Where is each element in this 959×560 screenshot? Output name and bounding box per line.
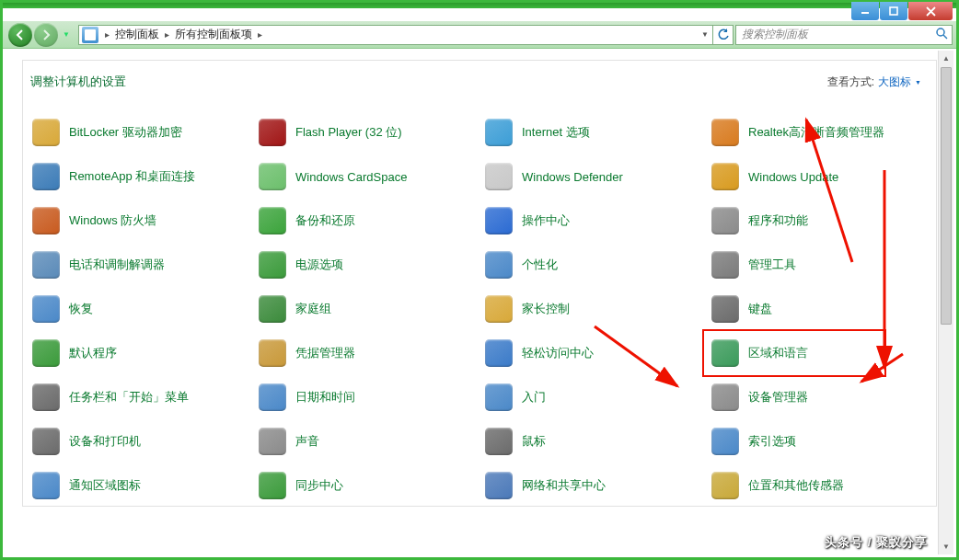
items-grid: BitLocker 驱动器加密Flash Player (32 位)Intern…: [23, 101, 936, 506]
item-label: Windows 防火墙: [69, 212, 156, 229]
address-bar[interactable]: ▸ 控制面板 ▸ 所有控制面板项 ▸ ▼: [78, 25, 734, 45]
control-panel-item[interactable]: 管理工具: [708, 243, 934, 287]
control-panel-item[interactable]: Windows Update: [708, 154, 934, 199]
breadcrumb-item[interactable]: 所有控制面板项: [173, 27, 254, 42]
default-programs-icon: [30, 337, 62, 369]
item-label: 家长控制: [522, 301, 570, 317]
taskbar-icon: [30, 382, 62, 413]
scroll-up-button[interactable]: ▲: [939, 51, 953, 66]
phone-modem-icon: [30, 249, 62, 280]
control-panel-item[interactable]: 个性化: [481, 243, 708, 287]
action-center-icon: [483, 205, 514, 236]
item-label: 鼠标: [522, 433, 546, 450]
close-button[interactable]: [908, 2, 953, 20]
sync-center-icon: [257, 470, 288, 501]
backup-icon: [257, 205, 288, 236]
firewall-icon: [30, 205, 62, 236]
devices-printers-icon: [30, 426, 62, 457]
parental-controls-icon: [483, 293, 514, 325]
control-panel-item[interactable]: 操作中心: [481, 199, 708, 243]
bitlocker-icon: [30, 117, 62, 148]
control-panel-item[interactable]: 日期和时间: [255, 375, 481, 419]
item-label: 个性化: [522, 257, 558, 273]
item-label: 网络和共享中心: [522, 477, 606, 494]
item-label: Windows CardSpace: [295, 170, 407, 184]
item-label: 通知区域图标: [69, 477, 141, 494]
control-panel-item[interactable]: Flash Player (32 位): [255, 110, 481, 154]
arrow-right-icon: [40, 29, 52, 41]
power-options-icon: [257, 249, 288, 280]
control-panel-item[interactable]: Realtek高清晰音频管理器: [708, 110, 934, 154]
control-panel-item[interactable]: 网络和共享中心: [481, 463, 708, 506]
control-panel-item[interactable]: 电源选项: [255, 243, 481, 287]
control-panel-item[interactable]: 凭据管理器: [255, 331, 481, 375]
item-label: Flash Player (32 位): [295, 124, 402, 141]
scroll-down-button[interactable]: ▼: [939, 539, 953, 554]
item-label: 声音: [295, 433, 319, 450]
control-panel-item[interactable]: 索引选项: [708, 419, 934, 463]
item-label: RemoteApp 和桌面连接: [69, 168, 195, 185]
control-panel-item[interactable]: 位置和其他传感器: [708, 463, 934, 506]
item-label: 电源选项: [295, 257, 343, 273]
search-placeholder: 搜索控制面板: [736, 27, 931, 42]
personalization-icon: [483, 249, 514, 280]
control-panel-item[interactable]: 设备管理器: [708, 375, 934, 419]
control-panel-item[interactable]: 默认程序: [29, 331, 255, 375]
chevron-right-icon: ▸: [101, 29, 113, 40]
control-panel-item[interactable]: BitLocker 驱动器加密: [29, 110, 255, 154]
programs-icon: [710, 205, 741, 236]
control-panel-item[interactable]: 备份和还原: [255, 199, 481, 243]
control-panel-item[interactable]: Windows Defender: [481, 154, 708, 199]
history-dropdown[interactable]: ▼: [60, 23, 73, 47]
recovery-icon: [30, 293, 62, 325]
forward-button[interactable]: [34, 23, 58, 47]
control-panel-item[interactable]: 任务栏和「开始」菜单: [29, 375, 255, 419]
view-mode-dropdown[interactable]: 大图标 ▼: [878, 74, 921, 90]
maximize-button[interactable]: [880, 2, 907, 20]
refresh-button[interactable]: [712, 26, 733, 44]
control-panel-item[interactable]: 家长控制: [481, 287, 708, 331]
control-panel-item[interactable]: Internet 选项: [481, 110, 708, 154]
control-panel-item[interactable]: 入门: [481, 375, 708, 419]
ease-of-access-icon: [483, 337, 514, 369]
item-label: 入门: [522, 389, 546, 406]
item-label: 操作中心: [522, 212, 570, 229]
item-label: 电话和调制解调器: [69, 257, 165, 273]
item-label: Windows Defender: [522, 170, 623, 184]
control-panel-item[interactable]: 区域和语言: [708, 331, 934, 375]
control-panel-item[interactable]: 设备和打印机: [29, 419, 255, 463]
control-panel-item[interactable]: 程序和功能: [708, 199, 934, 243]
remoteapp-icon: [30, 161, 62, 192]
control-panel-item[interactable]: 同步中心: [255, 463, 481, 506]
item-label: 设备管理器: [748, 389, 808, 406]
back-button[interactable]: [8, 23, 32, 47]
item-label: 键盘: [748, 301, 772, 317]
item-label: BitLocker 驱动器加密: [69, 124, 182, 141]
item-label: 区域和语言: [748, 345, 808, 361]
vertical-scrollbar[interactable]: ▲ ▼: [938, 51, 953, 554]
control-panel-item[interactable]: 电话和调制解调器: [29, 243, 255, 287]
control-panel-item[interactable]: Windows CardSpace: [255, 154, 481, 199]
control-panel-item[interactable]: 轻松访问中心: [481, 331, 708, 375]
chevron-down-icon: ▼: [915, 79, 921, 86]
control-panel-item[interactable]: 键盘: [708, 287, 934, 331]
control-panel-item[interactable]: 家庭组: [255, 287, 481, 331]
mouse-icon: [483, 426, 514, 457]
control-panel-item[interactable]: Windows 防火墙: [29, 199, 255, 243]
realtek-icon: [710, 117, 741, 148]
search-input[interactable]: 搜索控制面板: [735, 25, 953, 45]
minimize-button[interactable]: [851, 2, 879, 20]
item-label: 日期和时间: [295, 389, 355, 406]
item-label: 设备和打印机: [69, 433, 141, 450]
control-panel-item[interactable]: 鼠标: [481, 419, 708, 463]
breadcrumb-item[interactable]: 控制面板: [113, 27, 161, 42]
control-panel-item[interactable]: 通知区域图标: [29, 463, 255, 506]
item-label: 位置和其他传感器: [748, 477, 844, 494]
control-panel-item[interactable]: 声音: [255, 419, 481, 463]
address-dropdown[interactable]: ▼: [698, 30, 712, 39]
scroll-thumb[interactable]: [941, 67, 952, 325]
control-panel-item[interactable]: 恢复: [29, 287, 255, 331]
control-panel-item[interactable]: RemoteApp 和桌面连接: [29, 154, 255, 199]
search-icon[interactable]: [931, 27, 952, 42]
sound-icon: [257, 426, 288, 457]
